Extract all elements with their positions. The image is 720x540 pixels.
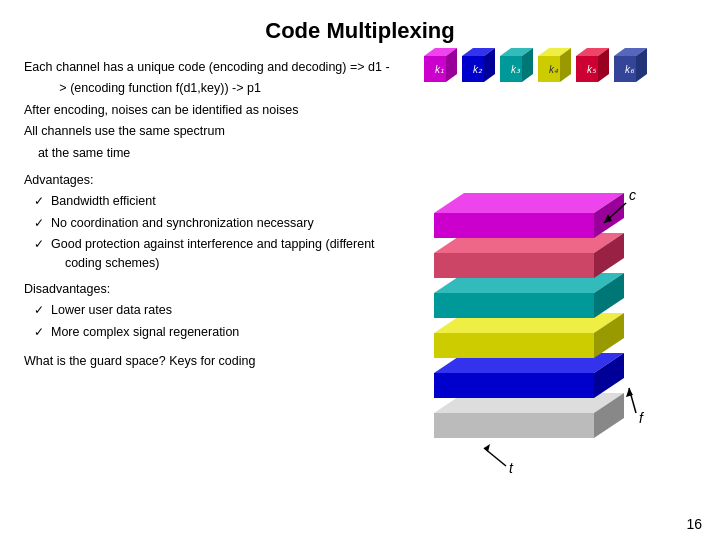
cube-k2: k₂ [462, 48, 496, 82]
t-label: t [509, 460, 514, 476]
channel-band-3 [434, 273, 624, 318]
svg-marker-47 [484, 444, 490, 452]
right-visual: k₁ k₂ k₃ k₄ [404, 48, 696, 468]
channel-stack-svg: c f t [404, 88, 684, 478]
svg-marker-27 [434, 373, 594, 398]
disadvantages-list: ✓ Lower user data rates ✓ More complex s… [24, 301, 394, 342]
svg-marker-40 [434, 193, 624, 213]
cube-k6: k₆ [614, 48, 648, 82]
checkmark-icon-5: ✓ [34, 323, 46, 342]
advantage-item-3: ✓ Good protection against interference a… [34, 235, 394, 274]
svg-marker-45 [626, 388, 633, 397]
svg-text:k₅: k₅ [587, 64, 597, 75]
svg-marker-36 [434, 253, 594, 278]
intro-line4: All channels use the same spectrum [24, 122, 394, 141]
intro-line3: After encoding, noises can be identified… [24, 101, 394, 120]
intro-line1: Each channel has a unique code (encoding… [24, 58, 394, 77]
svg-text:k₁: k₁ [435, 64, 444, 75]
cube-k5: k₅ [576, 48, 610, 82]
cube-k4: k₄ [538, 48, 572, 82]
key-cubes-row: k₁ k₂ k₃ k₄ [424, 48, 648, 82]
svg-marker-24 [434, 413, 594, 438]
checkmark-icon-2: ✓ [34, 214, 46, 233]
checkmark-icon-3: ✓ [34, 235, 46, 254]
advantage-item-2: ✓ No coordination and synchronization ne… [34, 214, 394, 233]
checkmark-icon-1: ✓ [34, 192, 46, 211]
page: Code Multiplexing Each channel has a uni… [0, 0, 720, 540]
advantage-text-3: Good protection against interference and… [51, 235, 375, 274]
channel-band-6 [434, 393, 624, 438]
content-area: Each channel has a unique code (encoding… [24, 58, 696, 468]
intro-line5: at the same time [24, 144, 394, 163]
cube-k1: k₁ [424, 48, 458, 82]
svg-marker-33 [434, 293, 594, 318]
disadvantages-label: Disadvantages: [24, 280, 394, 299]
c-label: c [629, 187, 636, 203]
intro-line2: > (encoding function f(d1,key)) -> p1 [24, 79, 394, 98]
advantages-label: Advantages: [24, 171, 394, 190]
cube-k3: k₃ [500, 48, 534, 82]
checkmark-icon-4: ✓ [34, 301, 46, 320]
channel-band-4 [434, 313, 624, 358]
f-label: f [639, 410, 645, 426]
svg-marker-39 [434, 213, 594, 238]
disadvantage-text-1: Lower user data rates [51, 301, 172, 320]
svg-text:k₆: k₆ [625, 64, 635, 75]
svg-text:k₂: k₂ [473, 64, 483, 75]
disadvantage-text-2: More complex signal regeneration [51, 323, 239, 342]
page-title: Code Multiplexing [24, 18, 696, 44]
svg-text:k₄: k₄ [549, 64, 559, 75]
advantage-item-1: ✓ Bandwidth efficient [34, 192, 394, 211]
advantages-list: ✓ Bandwidth efficient ✓ No coordination … [24, 192, 394, 274]
guard-space-text: What is the guard space? Keys for coding [24, 352, 394, 371]
advantage-text-2: No coordination and synchronization nece… [51, 214, 314, 233]
page-number: 16 [686, 516, 702, 532]
disadvantage-item-1: ✓ Lower user data rates [34, 301, 394, 320]
channel-band-1 [434, 193, 624, 238]
advantage-text-1: Bandwidth efficient [51, 192, 156, 211]
channel-band-5 [434, 353, 624, 398]
channel-band-2 [434, 233, 624, 278]
left-text-column: Each channel has a unique code (encoding… [24, 58, 394, 373]
disadvantage-item-2: ✓ More complex signal regeneration [34, 323, 394, 342]
svg-marker-30 [434, 333, 594, 358]
svg-text:k₃: k₃ [511, 64, 521, 75]
